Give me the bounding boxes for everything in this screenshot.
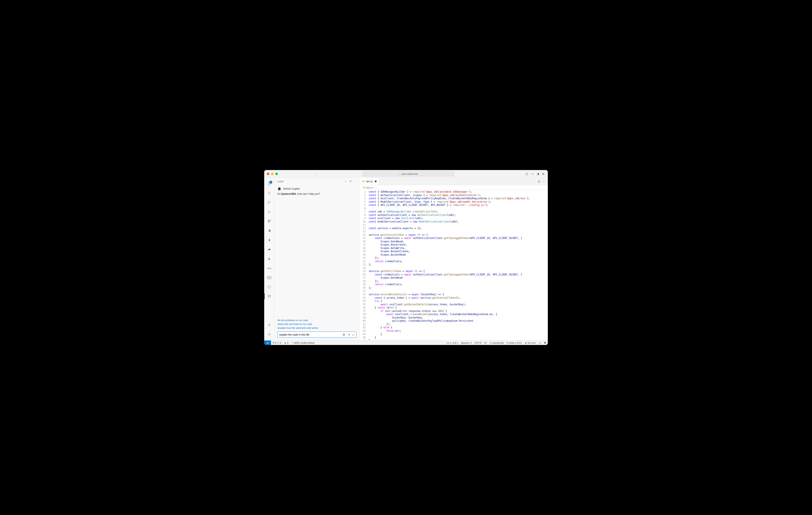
editor-area: JS aps.js ◫ ⋯ JS aps.js › ... 1234567891… — [360, 178, 548, 340]
customize-layout-icon[interactable]: ⊞ — [542, 172, 545, 175]
activity-azure[interactable]: A — [264, 254, 274, 263]
activity-mongo[interactable] — [264, 236, 274, 244]
chevron-right-icon: › — [373, 186, 374, 189]
chat-input-field[interactable] — [279, 333, 343, 336]
activity-testing[interactable] — [264, 226, 274, 235]
activity-accounts[interactable] — [264, 321, 274, 329]
breadcrumb-file: aps.js — [366, 186, 373, 189]
status-problems[interactable]: ⊘0 ⚠0 — [271, 341, 283, 344]
activity-copilot-ext[interactable] — [264, 283, 274, 291]
chat-suggestion[interactable]: /explain how the selected code works — [278, 326, 356, 330]
statusbar-right: Ln 1, Col 1 Spaces: 4 UTF-8 LF { }JavaSc… — [445, 341, 548, 344]
mic-icon[interactable]: 🎤︎ — [343, 333, 345, 336]
remote-indicator[interactable]: ⇄ — [264, 341, 271, 345]
chat-greeting: Hi @pebro1984, how can I help you? — [278, 192, 356, 195]
breadcrumb-suffix: ... — [375, 186, 377, 189]
minimize-window-button[interactable] — [271, 172, 273, 175]
activity-search[interactable] — [264, 189, 274, 197]
chat-panel: CHAT ＋ ↺ ⋯ GitHub Copilot Hi @pebro1984,… — [274, 178, 360, 340]
status-bell[interactable]: 🔔︎ — [543, 341, 548, 344]
status-language[interactable]: { }JavaScript — [488, 341, 505, 344]
activity-api[interactable]: API — [264, 273, 274, 282]
status-spaces[interactable]: Spaces: 4 — [460, 341, 473, 344]
status-feedback[interactable]: ☺ — [537, 341, 543, 344]
activity-extensions[interactable] — [264, 217, 274, 225]
svg-point-0 — [268, 192, 270, 194]
activity-settings[interactable] — [264, 330, 274, 338]
activity-cloud[interactable] — [264, 245, 274, 254]
vscode-window: ← → ⌕ aps-copilot-test ◫ ▭ ◨ ⊞ 1 — [264, 170, 548, 345]
titlebar-actions: ◫ ▭ ◨ ⊞ — [526, 172, 545, 175]
activity-run-debug[interactable] — [264, 208, 274, 216]
copilot-agent-label: GitHub Copilot — [278, 187, 356, 191]
history-icon[interactable]: ↺ — [349, 180, 351, 183]
nav-arrows: ← → — [314, 172, 325, 176]
svg-rect-4 — [268, 220, 269, 221]
status-kiota[interactable]: ◎kiota 1.18.0 — [505, 341, 523, 344]
chat-icon — [268, 295, 271, 298]
chat-input-wrap: 🎤︎ 📎︎ ▷ — [274, 331, 359, 340]
activity-source-control[interactable] — [264, 198, 274, 207]
chat-input[interactable]: 🎤︎ 📎︎ ▷ — [278, 331, 356, 338]
maximize-window-button[interactable] — [275, 172, 278, 175]
extensions-icon — [268, 219, 271, 223]
activity-aws[interactable]: aws — [264, 264, 274, 272]
dirty-indicator-icon — [375, 181, 377, 182]
status-cursor[interactable]: Ln 1, Col 1 — [445, 341, 460, 344]
chat-header: CHAT ＋ ↺ ⋯ — [274, 178, 359, 185]
toggle-panel-icon[interactable]: ◫ — [526, 172, 529, 175]
attach-icon[interactable]: 📎︎ — [348, 333, 350, 336]
activity-chat[interactable] — [264, 292, 274, 301]
more-icon[interactable]: ⋯ — [354, 180, 356, 183]
check-icon: ✓ — [291, 341, 293, 344]
chat-username: @pebro1984 — [281, 192, 296, 195]
more-actions-icon[interactable]: ⋯ — [543, 180, 545, 183]
nav-back-icon[interactable]: ← — [314, 172, 319, 176]
send-icon[interactable]: ▷ — [352, 333, 355, 336]
status-golive[interactable]: 📡︎Go Live — [523, 341, 537, 344]
chat-input-actions: 🎤︎ 📎︎ ▷ — [343, 333, 355, 336]
js-file-icon: JS — [362, 180, 365, 183]
activity-explorer[interactable]: 1 — [264, 180, 274, 188]
status-ports[interactable]: 📡︎0 — [283, 342, 290, 344]
chat-suggestion[interactable]: /fix the problems in my code — [278, 318, 356, 322]
status-bar: ⇄ ⊘0 ⚠0 📡︎0 ✓AWS: profile:default Ln 1, … — [264, 340, 548, 345]
editor-tab[interactable]: JS aps.js — [360, 178, 379, 185]
toggle-sidebar-icon[interactable]: ◨ — [537, 172, 540, 175]
svg-point-3 — [270, 201, 270, 202]
traffic-lights — [267, 172, 278, 175]
antenna-icon: 📡︎ — [284, 342, 286, 344]
js-file-icon: JS — [363, 186, 366, 189]
person-icon — [268, 323, 271, 327]
close-window-button[interactable] — [267, 172, 269, 175]
chat-suggestions: /fix the problems in my code/tests add u… — [274, 318, 359, 331]
new-chat-icon[interactable]: ＋ — [345, 180, 347, 183]
toggle-bottom-panel-icon[interactable]: ▭ — [531, 172, 534, 175]
status-encoding[interactable]: UTF-8 — [473, 341, 483, 344]
window-title: aps-copilot-test — [402, 172, 418, 175]
activity-bar: 1 A — [264, 178, 274, 340]
status-aws[interactable]: ✓AWS: profile:default — [290, 341, 316, 344]
broadcast-icon: 📡︎ — [525, 342, 527, 344]
tab-actions: ◫ ⋯ — [535, 178, 548, 185]
nav-forward-icon[interactable]: → — [320, 172, 325, 176]
chat-suggestion[interactable]: /tests add unit tests for my code — [278, 322, 356, 326]
svg-point-8 — [269, 324, 270, 325]
svg-rect-6 — [268, 221, 269, 222]
chat-header-actions: ＋ ↺ ⋯ — [345, 180, 356, 183]
breadcrumb[interactable]: JS aps.js › ... — [360, 185, 548, 190]
svg-point-9 — [269, 334, 270, 335]
title-bar: ← → ⌕ aps-copilot-test ◫ ▭ ◨ ⊞ — [264, 170, 548, 178]
chat-title: CHAT — [278, 180, 284, 183]
code-content[interactable]: const { SdkManagerBuilder } = require('@… — [369, 190, 530, 340]
beaker-icon — [268, 229, 271, 232]
status-eol[interactable]: LF — [483, 341, 488, 344]
gear-icon — [268, 333, 271, 336]
warning-icon: ⚠ — [277, 341, 279, 344]
code-editor[interactable]: 1234567891011121314151617181920212223242… — [360, 190, 548, 340]
split-editor-icon[interactable]: ◫ — [538, 180, 540, 183]
target-icon: ◎ — [506, 341, 509, 344]
command-center[interactable]: ⌕ aps-copilot-test — [363, 171, 455, 177]
play-bug-icon — [268, 210, 271, 214]
svg-point-1 — [268, 201, 269, 202]
